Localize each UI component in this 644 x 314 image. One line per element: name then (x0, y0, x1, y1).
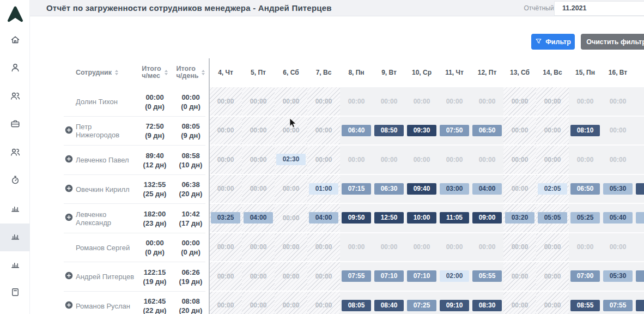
app-logo[interactable] (5, 3, 26, 24)
hours-badge[interactable]: 09:50 (342, 212, 371, 224)
hours-badge[interactable]: 12:50 (374, 212, 404, 224)
day-cell[interactable] (634, 204, 644, 233)
day-cell[interactable]: 04:00 (471, 175, 503, 204)
day-cell[interactable]: 08:50 (373, 117, 405, 146)
day-cell[interactable]: 07:00 (569, 262, 602, 292)
day-cell[interactable]: 08:10 (569, 117, 602, 146)
day-cell[interactable] (634, 175, 644, 204)
hours-badge[interactable]: 07:25 (407, 300, 436, 311)
day-cell[interactable]: 09:50 (340, 204, 373, 233)
day-cell[interactable]: 02:00 (438, 262, 471, 292)
hours-badge[interactable]: 08:50 (374, 125, 404, 136)
day-cell[interactable]: 08:05 (340, 292, 373, 314)
clear-filter-button[interactable]: Очистить фильтр (581, 34, 644, 50)
day-cell[interactable]: 05:55 (471, 262, 503, 292)
day-cell[interactable]: 05:30 (602, 175, 634, 204)
hours-badge[interactable]: 07:10 (407, 270, 436, 282)
day-cell[interactable]: 03:20 (503, 204, 536, 233)
day-cell[interactable]: 12:50 (373, 204, 405, 233)
day-cell[interactable]: 08:30 (471, 292, 503, 314)
sidebar-item-3[interactable] (0, 111, 30, 140)
hours-badge[interactable]: 09:40 (407, 183, 436, 195)
day-cell[interactable]: 01:00 (307, 175, 340, 204)
hours-badge[interactable]: 07:15 (342, 183, 371, 195)
hours-badge[interactable]: 03:00 (440, 183, 469, 195)
day-cell[interactable]: 07:25 (405, 292, 438, 314)
hours-badge[interactable]: 02:05 (538, 183, 567, 195)
sidebar-item-6[interactable] (0, 195, 30, 224)
day-cell[interactable]: 05:25 (569, 204, 602, 233)
sidebar-item-8[interactable] (0, 251, 30, 280)
total-month-column-header[interactable]: Итого ч/мес (137, 65, 173, 80)
day-cell[interactable]: 09:00 (471, 204, 503, 233)
hours-badge[interactable]: 06:50 (472, 125, 502, 136)
hours-badge[interactable]: 07:55 (603, 300, 633, 311)
hours-badge[interactable]: 03:25 (211, 212, 240, 224)
hours-badge[interactable]: 04:00 (472, 183, 502, 195)
day-cell[interactable]: 05:40 (602, 204, 634, 233)
expand-row-button[interactable] (65, 126, 73, 136)
day-cell[interactable]: 03:25 (209, 204, 242, 233)
hours-badge[interactable]: 01:00 (309, 183, 338, 195)
day-cell[interactable]: 06:50 (471, 117, 503, 146)
day-cell[interactable]: 07:50 (438, 117, 471, 146)
expand-row-button[interactable] (65, 271, 73, 282)
hours-badge[interactable]: 06:50 (570, 183, 600, 195)
day-cell[interactable]: 05:30 (602, 262, 634, 292)
day-cell[interactable]: 02:30 (275, 146, 307, 175)
day-cell[interactable]: 07:55 (602, 292, 634, 314)
expand-row-button[interactable] (65, 213, 73, 224)
sidebar-item-9[interactable] (0, 280, 30, 308)
day-cell[interactable]: 04:00 (242, 204, 275, 233)
hours-badge[interactable]: 06:30 (374, 183, 404, 195)
day-cell[interactable]: 05:05 (536, 204, 569, 233)
expand-row-button[interactable] (65, 184, 73, 195)
day-cell[interactable]: 07:10 (405, 262, 438, 292)
expand-row-button[interactable] (65, 301, 73, 311)
hours-badge[interactable]: 04:00 (244, 212, 273, 224)
hours-badge[interactable]: 05:30 (603, 183, 633, 195)
day-cell[interactable]: 08:40 (373, 292, 405, 314)
hours-badge[interactable]: 03:20 (505, 212, 534, 224)
day-cell[interactable]: 09:10 (438, 292, 471, 314)
hours-badge[interactable]: 05:25 (570, 212, 600, 224)
day-cell[interactable]: 09:30 (405, 117, 438, 146)
expand-row-button[interactable] (65, 155, 73, 165)
hours-badge[interactable]: 05:30 (603, 270, 633, 282)
day-cell[interactable]: 03:00 (438, 175, 471, 204)
sort-icon[interactable] (115, 70, 118, 75)
day-cell[interactable]: 11:05 (438, 204, 471, 233)
day-cell[interactable]: 07:15 (340, 175, 373, 204)
day-cell[interactable]: 10:00 (405, 204, 438, 233)
day-cell[interactable]: 07:10 (373, 262, 405, 292)
hours-badge[interactable]: 07:55 (342, 270, 371, 282)
hours-badge[interactable]: 05:40 (603, 212, 633, 224)
sidebar-item-7[interactable] (0, 224, 30, 252)
hours-badge[interactable]: 05:05 (538, 212, 567, 224)
hours-badge[interactable]: 06:40 (342, 125, 371, 136)
day-cell[interactable]: 02:05 (536, 175, 569, 204)
hours-badge[interactable]: 08:55 (570, 300, 600, 311)
hours-badge[interactable] (636, 212, 644, 224)
day-cell[interactable]: 07:55 (340, 262, 373, 292)
period-input[interactable]: 11.2021 (554, 1, 644, 16)
sidebar-item-2[interactable] (0, 83, 30, 111)
hours-badge[interactable]: 07:00 (570, 270, 600, 282)
hours-badge[interactable]: 07:50 (440, 125, 469, 136)
hours-badge[interactable] (636, 300, 644, 311)
filter-button[interactable]: Фильтр (531, 34, 575, 50)
hours-badge[interactable]: 02:00 (440, 270, 469, 282)
hours-badge[interactable] (636, 270, 644, 282)
hours-badge[interactable]: 09:30 (407, 125, 436, 136)
day-cell[interactable] (634, 262, 644, 292)
day-cell[interactable]: 08:55 (569, 292, 602, 314)
hours-badge[interactable]: 07:10 (374, 270, 404, 282)
day-cell[interactable]: 09:40 (405, 175, 438, 204)
hours-badge[interactable]: 05:55 (472, 270, 502, 282)
day-cell[interactable] (634, 292, 644, 314)
sort-icon[interactable] (165, 70, 168, 75)
hours-badge[interactable]: 08:10 (570, 125, 600, 136)
hours-badge[interactable]: 02:30 (276, 154, 306, 165)
hours-badge[interactable]: 09:00 (472, 212, 502, 224)
sidebar-item-1[interactable] (0, 55, 30, 83)
